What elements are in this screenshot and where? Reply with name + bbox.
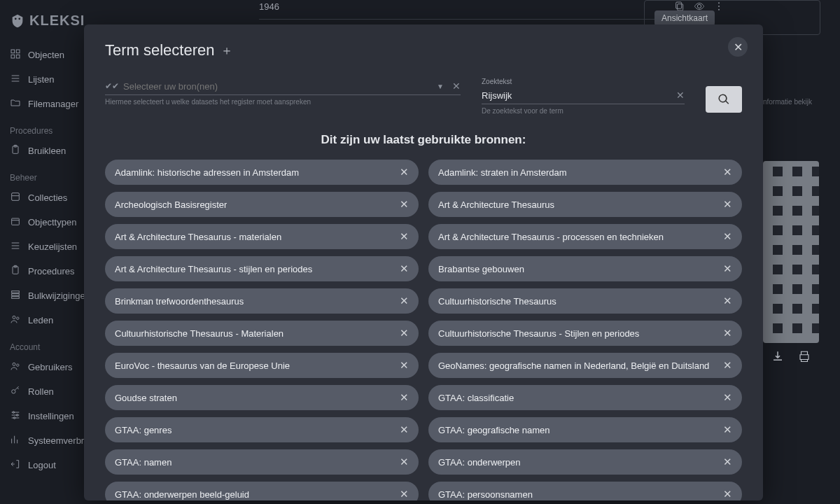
source-chip-label: Cultuurhistorische Thesaurus [438,296,556,307]
qr-code [763,161,819,343]
modal-title: Term selecteren ＋ [105,41,742,59]
source-chip-label: Adamlink: historische adressen in Amster… [115,167,299,178]
svg-rect-2 [11,55,15,58]
source-select[interactable]: ✔✔ ▼ ✕ [105,78,461,95]
svg-rect-20 [12,297,20,299]
tag-chip[interactable]: Ansichtkaart [654,10,715,26]
source-chip[interactable]: Cultuurhistorische Thesaurus - Materiale… [105,321,419,346]
svg-point-23 [13,363,15,365]
source-chip-label: Art & Architecture Thesaurus - materiale… [115,232,281,242]
sliders-icon [10,410,21,423]
source-chip-label: GTAA: onderwerpen [438,457,521,468]
grid-icon [10,48,21,62]
remove-source-icon[interactable]: ✕ [400,424,409,436]
source-chip-label: GTAA: genres [115,425,172,435]
source-chip[interactable]: Art & Architecture Thesaurus - materiale… [105,224,419,249]
sidebar-item-label: Procedures [28,266,74,276]
remove-source-icon[interactable]: ✕ [723,198,732,211]
remove-source-icon[interactable]: ✕ [400,166,409,178]
source-chip[interactable]: Brinkman trefwoordenthesaurus✕ [105,288,419,314]
source-chip-label: Cultuurhistorische Thesaurus - Stijlen e… [438,328,639,339]
source-chip-label: Brabantse gebouwen [438,264,524,274]
svg-rect-9 [12,193,20,201]
source-chip[interactable]: GTAA: classificatie✕ [428,385,742,410]
close-button[interactable]: ✕ [728,37,748,57]
source-chip[interactable]: Cultuurhistorische Thesaurus - Stijlen e… [428,321,742,346]
chevron-down-icon[interactable]: ▼ [437,83,444,90]
stack-icon [10,289,21,302]
key-icon [10,385,21,398]
remove-source-icon[interactable]: ✕ [723,456,732,468]
source-chip-label: GeoNames: geografische namen in Nederlan… [438,360,709,371]
svg-rect-19 [12,294,20,296]
source-chip[interactable]: GTAA: onderwerpen✕ [428,449,742,475]
remove-source-icon[interactable]: ✕ [723,262,732,275]
clipboard-icon [10,265,21,278]
remove-source-icon[interactable]: ✕ [400,359,409,372]
collection-icon [10,191,21,204]
remove-source-icon[interactable]: ✕ [400,456,409,468]
source-chip[interactable]: Adamlink: straten in Amsterdam✕ [428,160,742,185]
source-chip-label: GTAA: onderwerpen beeld-geluid [115,489,249,500]
source-chip[interactable]: EuroVoc - thesaurus van de Europese Unie… [105,353,419,378]
remove-source-icon[interactable]: ✕ [400,488,409,500]
source-chip[interactable]: Art & Architecture Thesaurus✕ [428,192,742,217]
remove-source-icon[interactable]: ✕ [723,230,732,243]
remove-source-icon[interactable]: ✕ [400,391,409,404]
remove-source-icon[interactable]: ✕ [723,327,732,340]
search-input[interactable] [482,90,668,101]
source-chip-label: EuroVoc - thesaurus van de Europese Unie [115,360,290,371]
search-icon [718,93,730,106]
modal-title-text: Term selecteren [105,41,215,59]
print-icon[interactable] [798,350,811,365]
remove-source-icon[interactable]: ✕ [400,230,409,243]
search-button[interactable] [706,86,742,113]
remove-source-icon[interactable]: ✕ [723,166,732,178]
remove-source-icon[interactable]: ✕ [400,262,409,275]
source-chip[interactable]: Adamlink: historische adressen in Amster… [105,160,419,185]
source-chip[interactable]: GeoNames: geografische namen in Nederlan… [428,353,742,378]
search-label: Zoektekst [482,78,685,85]
source-input[interactable] [123,81,433,92]
source-chip[interactable]: GTAA: namen✕ [105,449,419,475]
source-chip[interactable]: Art & Architecture Thesaurus - stijlen e… [105,256,419,281]
add-icon[interactable]: ＋ [220,42,233,59]
source-chip[interactable]: Art & Architecture Thesaurus - processen… [428,224,742,249]
download-icon[interactable] [771,350,784,365]
source-chip[interactable]: Brabantse gebouwen✕ [428,256,742,281]
clear-source-icon[interactable]: ✕ [452,80,461,92]
svg-rect-18 [12,291,20,293]
remove-source-icon[interactable]: ✕ [723,391,732,404]
remove-source-icon[interactable]: ✕ [723,295,732,307]
sidebar-item-label: Objecttypen [28,217,76,227]
remove-source-icon[interactable]: ✕ [400,327,409,340]
remove-source-icon[interactable]: ✕ [400,198,409,211]
source-chip[interactable]: Cultuurhistorische Thesaurus✕ [428,288,742,314]
app-name: KLEKSI [29,13,85,29]
svg-rect-1 [16,50,20,53]
source-chip[interactable]: GTAA: persoonsnamen✕ [428,482,742,500]
record-id-field[interactable]: 1946 [259,0,665,20]
svg-point-22 [17,317,19,319]
source-chip-label: Cultuurhistorische Thesaurus - Materiale… [115,328,284,339]
source-chip[interactable]: Archeologisch Basisregister✕ [105,192,419,217]
svg-point-21 [13,316,15,318]
source-chip-label: GTAA: persoonsnamen [438,489,533,500]
sidebar-item-label: Leden [28,315,53,326]
source-chip[interactable]: GTAA: onderwerpen beeld-geluid✕ [105,482,419,500]
remove-source-icon[interactable]: ✕ [723,488,732,500]
search-field-group: Zoektekst ✕ De zoektekst voor de term [482,78,685,115]
clear-search-icon[interactable]: ✕ [676,90,685,101]
source-chip[interactable]: Goudse straten✕ [105,385,419,410]
search-input-wrap: ✕ [482,87,685,104]
source-chip-label: Art & Architecture Thesaurus - stijlen e… [115,264,312,274]
sidebar-item-label: Bulkwijzigingen [28,290,90,301]
sidebar-item-label: Bruikleen [28,146,66,156]
term-select-modal: ✕ Term selecteren ＋ ✔✔ ▼ ✕ Hiermee selec… [84,24,763,500]
remove-source-icon[interactable]: ✕ [400,295,409,307]
remove-source-icon[interactable]: ✕ [723,424,732,436]
remove-source-icon[interactable]: ✕ [723,359,732,372]
sidebar-item-label: Collecties [28,192,67,203]
source-chip[interactable]: GTAA: genres✕ [105,417,419,442]
source-chip[interactable]: GTAA: geografische namen✕ [428,417,742,442]
